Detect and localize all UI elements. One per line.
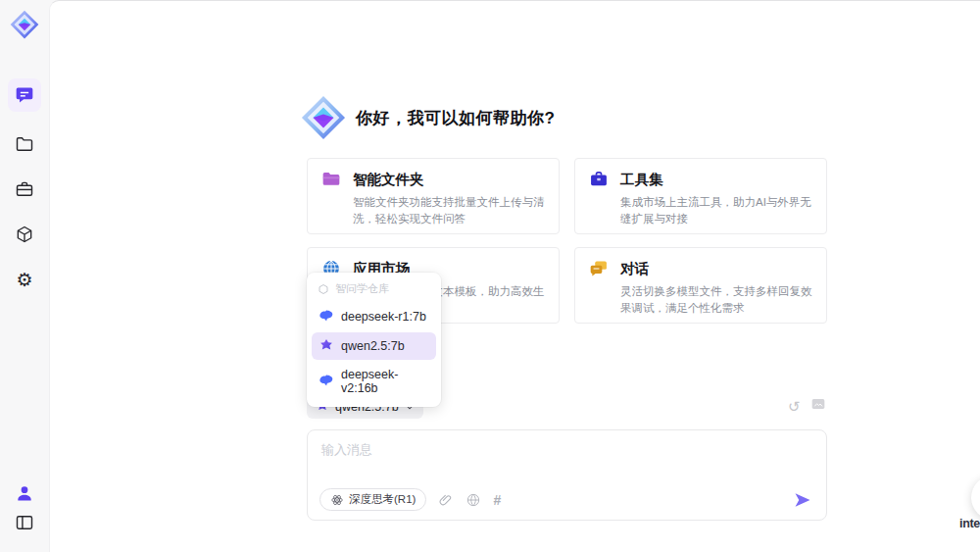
assistant-logo-icon [301,95,346,140]
model-dropdown-header-label: 智问学仓库 [335,281,389,296]
smart-folder-icon [321,170,341,189]
sidebar-item-models[interactable] [8,218,41,251]
atom-icon [330,493,344,507]
sidebar-item-toolbox[interactable] [8,173,41,206]
card-dialog[interactable]: 对话 灵活切换多模型文件，支持多样回复效果调试，满足个性化需求 [574,247,827,324]
card-title: 工具集 [620,171,663,189]
hash-icon[interactable]: # [493,492,501,508]
card-title: 智能文件夹 [353,171,424,189]
card-description: 智能文件夹功能支持批量文件上传与清洗，轻松实现文件问答 [353,194,545,228]
user-icon [15,483,34,503]
card-title: 对话 [620,260,649,278]
gear-icon: ⚙ [16,271,32,289]
model-dropdown-header: 智问学仓库 [312,278,436,301]
sidebar-item-collapse[interactable] [8,506,41,539]
send-icon[interactable] [793,490,812,510]
attachment-icon[interactable] [438,492,454,508]
intel-core-logo: intel core [959,517,980,537]
app-logo-icon [10,10,39,39]
gallery-icon[interactable] [810,396,826,416]
app-window: ⚙ 你好，我可以 [0,0,980,552]
deep-think-toggle[interactable]: 深度思考(R1) [319,488,426,511]
dialog-icon [589,259,609,278]
greeting-title: 你好，我可以如何帮助你? [356,107,555,129]
cube-icon [15,225,34,244]
card-description: 集成市场上主流工具，助力AI与外界无缝扩展与对接 [620,194,812,228]
globe-icon[interactable] [466,492,481,508]
composer-top-actions: ↺ [788,396,826,416]
model-dropdown: 智问学仓库 deepseek-r1:7b qwen2.5:7b [307,273,441,407]
qwen-icon [318,338,334,354]
input-placeholder: 输入消息 [321,441,372,459]
intel-wordmark: intel [959,517,980,530]
deep-think-label: 深度思考(R1) [349,492,416,507]
model-option-deepseek-r1[interactable]: deepseek-r1:7b [312,303,436,330]
sidebar-item-account[interactable] [8,477,41,510]
deepseek-whale-icon [318,374,334,389]
sidebar-item-chat[interactable] [8,78,41,112]
message-input[interactable]: 输入消息 深度思考(R1) [307,429,827,521]
briefcase-icon [15,179,34,199]
chat-icon [15,85,34,105]
download-button[interactable] [971,476,980,520]
folder-icon [15,134,34,154]
model-option-label: deepseek-r1:7b [341,310,426,324]
main-surface: 你好，我可以如何帮助你? 智能文件夹 智能文件夹功能支持批量文件上传与清洗，轻松… [49,0,980,552]
model-option-label: qwen2.5:7b [341,339,405,353]
deepseek-whale-icon [318,309,334,325]
panel-icon [15,513,34,532]
card-description: 灵活切换多模型文件，支持多样回复效果调试，满足个性化需求 [620,283,812,318]
toolset-icon [589,170,609,189]
sidebar: ⚙ [0,0,49,552]
model-option-qwen[interactable]: qwen2.5:7b [312,332,436,360]
sidebar-item-settings[interactable]: ⚙ [8,263,41,296]
card-toolset[interactable]: 工具集 集成市场上主流工具，助力AI与外界无缝扩展与对接 [574,158,827,234]
composer-toolbar: 深度思考(R1) # [319,488,812,511]
history-icon[interactable]: ↺ [788,399,801,414]
sidebar-item-folders[interactable] [8,127,41,161]
greeting: 你好，我可以如何帮助你? [301,95,555,140]
model-option-deepseek-v2[interactable]: deepseek-v2:16b [312,362,436,401]
card-smart-folder[interactable]: 智能文件夹 智能文件夹功能支持批量文件上传与清洗，轻松实现文件问答 [307,158,560,234]
repository-icon [318,283,329,295]
model-option-label: deepseek-v2:16b [341,368,429,395]
